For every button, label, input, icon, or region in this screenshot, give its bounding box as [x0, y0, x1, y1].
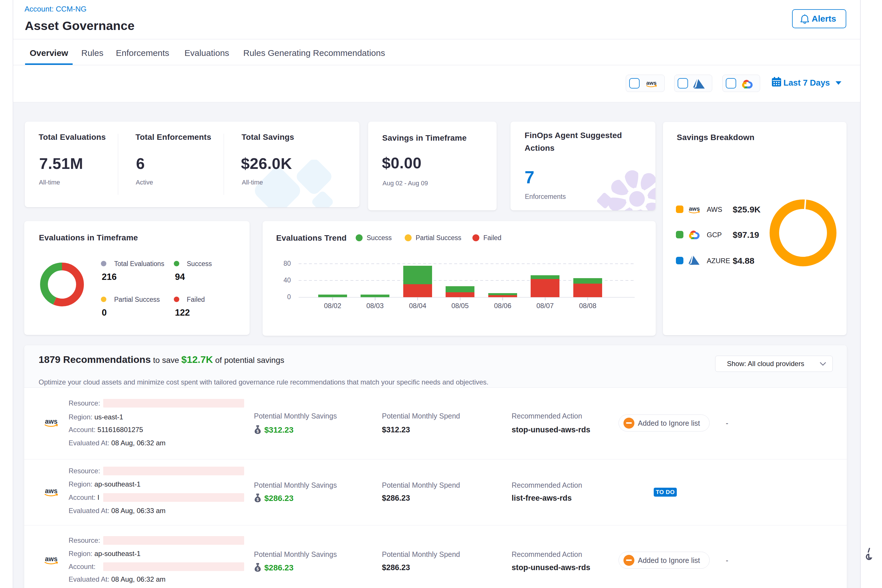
svg-text:aws: aws — [45, 487, 57, 495]
svg-text:aws: aws — [45, 418, 57, 425]
svg-text:$: $ — [256, 429, 259, 434]
svg-text:aws: aws — [45, 555, 57, 562]
svg-text:$: $ — [256, 567, 259, 571]
svg-text:$: $ — [256, 497, 259, 502]
